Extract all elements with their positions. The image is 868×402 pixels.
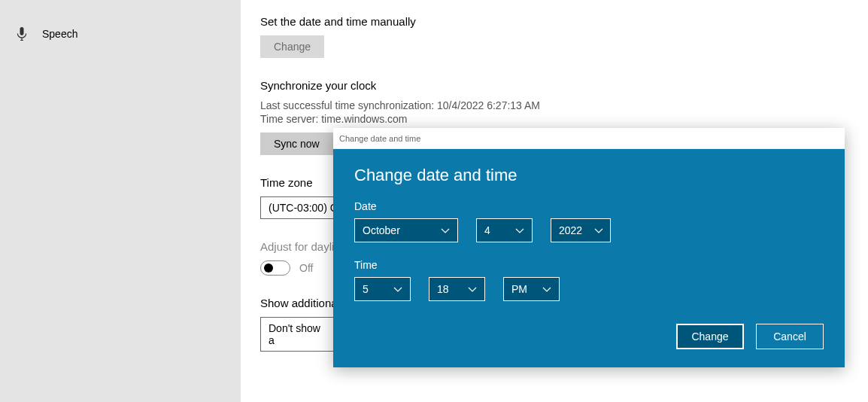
- time-server-text: Time server: time.windows.com: [260, 113, 868, 125]
- daylight-state: Off: [299, 262, 313, 274]
- time-label: Time: [354, 259, 824, 271]
- chevron-down-icon: [542, 283, 551, 295]
- dialog-heading: Change date and time: [354, 166, 824, 185]
- time-row: 5 18 PM: [354, 277, 824, 301]
- dialog-titlebar-text: Change date and time: [339, 134, 420, 143]
- sidebar-item-speech[interactable]: Speech: [0, 21, 241, 47]
- sync-title: Synchronize your clock: [260, 79, 868, 92]
- date-row: October 4 2022: [354, 218, 824, 242]
- daylight-toggle[interactable]: [260, 260, 290, 276]
- minute-select[interactable]: 18: [429, 277, 485, 301]
- minute-value: 18: [437, 283, 449, 295]
- month-select[interactable]: October: [354, 218, 458, 242]
- sidebar: Speech: [0, 0, 241, 402]
- chevron-down-icon: [515, 224, 524, 236]
- chevron-down-icon: [594, 224, 603, 236]
- change-date-time-dialog: Change date and time Change date and tim…: [333, 128, 845, 367]
- dialog-cancel-button[interactable]: Cancel: [756, 324, 824, 349]
- month-value: October: [363, 224, 400, 236]
- timezone-value: (UTC-03:00) C: [269, 202, 338, 214]
- year-value: 2022: [559, 224, 582, 236]
- ampm-value: PM: [511, 283, 527, 295]
- day-select[interactable]: 4: [476, 218, 533, 242]
- ampm-select[interactable]: PM: [503, 277, 560, 301]
- dialog-body: Change date and time Date October 4 2022…: [333, 149, 845, 367]
- chevron-down-icon: [441, 224, 450, 236]
- change-date-button[interactable]: Change: [260, 35, 324, 58]
- sidebar-item-label: Speech: [42, 28, 77, 40]
- microphone-icon: [15, 27, 29, 41]
- dialog-actions: Change Cancel: [354, 324, 824, 349]
- dialog-titlebar[interactable]: Change date and time: [333, 128, 845, 149]
- toggle-knob: [264, 263, 273, 273]
- dialog-change-button[interactable]: Change: [676, 324, 744, 349]
- hour-value: 5: [363, 283, 369, 295]
- additional-select[interactable]: Don't show a: [260, 317, 335, 352]
- day-value: 4: [484, 224, 490, 236]
- set-manually-section: Set the date and time manually Change: [260, 15, 868, 58]
- set-manually-title: Set the date and time manually: [260, 15, 868, 28]
- additional-value: Don't show a: [269, 322, 327, 346]
- last-sync-text: Last successful time synchronization: 10…: [260, 99, 868, 111]
- date-label: Date: [354, 200, 824, 212]
- year-select[interactable]: 2022: [551, 218, 611, 242]
- chevron-down-icon: [393, 283, 402, 295]
- sync-now-button[interactable]: Sync now: [260, 132, 333, 155]
- hour-select[interactable]: 5: [354, 277, 411, 301]
- chevron-down-icon: [468, 283, 477, 295]
